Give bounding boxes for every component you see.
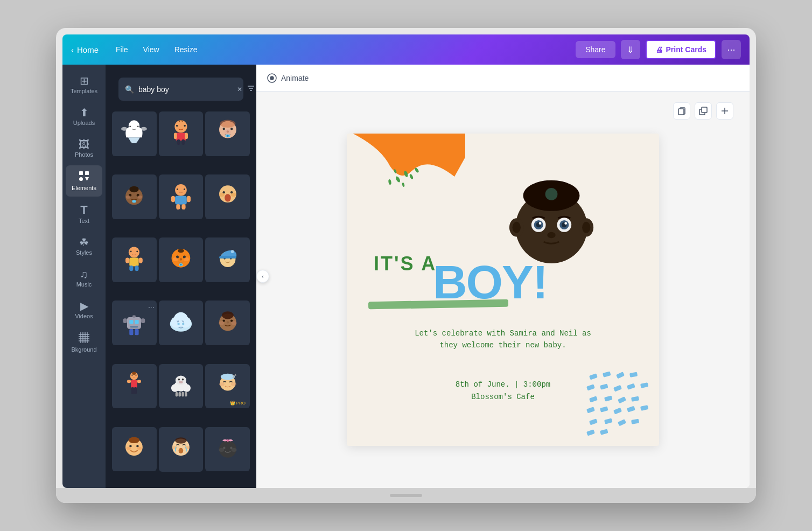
duplicate-button[interactable] xyxy=(695,102,712,120)
view-menu[interactable]: View xyxy=(137,42,166,57)
svg-point-163 xyxy=(402,183,405,187)
svg-rect-26 xyxy=(174,133,177,139)
animate-button[interactable]: Animate xyxy=(267,73,309,83)
svg-rect-50 xyxy=(187,195,191,202)
sidebar-item-text[interactable]: T Text xyxy=(66,199,102,229)
element-baby-brown-face[interactable] xyxy=(205,301,250,345)
svg-point-62 xyxy=(137,250,138,252)
music-label: Music xyxy=(76,281,92,288)
clear-search-icon[interactable]: ✕ xyxy=(237,86,242,93)
svg-point-160 xyxy=(395,176,401,183)
svg-rect-194 xyxy=(618,396,626,403)
element-baby-yawning[interactable] xyxy=(205,174,250,219)
svg-line-98 xyxy=(182,320,183,322)
svg-rect-28 xyxy=(177,139,180,145)
sidebar-item-photos[interactable]: 🖼 Photos xyxy=(66,134,102,163)
svg-rect-63 xyxy=(125,257,129,263)
sidebar-item-templates[interactable]: ⊞ Templates xyxy=(66,70,102,100)
sidebar-item-videos[interactable]: ▶ Videos xyxy=(66,295,102,325)
printer-icon: 🖨 xyxy=(655,45,663,54)
sidebar-item-background[interactable]: Bkground xyxy=(66,327,102,358)
svg-rect-64 xyxy=(139,257,143,263)
svg-rect-200 xyxy=(640,405,648,411)
svg-point-181 xyxy=(564,222,567,225)
element-baby-bald[interactable] xyxy=(205,111,250,156)
svg-point-2 xyxy=(79,177,83,181)
svg-point-115 xyxy=(132,372,136,375)
resize-menu[interactable]: Resize xyxy=(168,42,204,57)
home-button[interactable]: ‹ Home xyxy=(71,45,99,54)
svg-rect-0 xyxy=(79,171,83,175)
svg-rect-156 xyxy=(702,107,707,113)
svg-rect-196 xyxy=(586,407,595,413)
download-button[interactable]: ⇓ xyxy=(621,40,640,59)
svg-point-94 xyxy=(177,323,179,325)
element-baby-sitting-blue[interactable] xyxy=(159,174,204,219)
svg-point-131 xyxy=(219,382,225,386)
svg-point-48 xyxy=(184,188,185,190)
ellipsis-icon: ··· xyxy=(727,44,735,55)
svg-point-37 xyxy=(227,135,229,137)
element-baby-lamb[interactable] xyxy=(159,364,204,409)
music-icon: ♫ xyxy=(80,269,88,280)
element-baby-crying[interactable] xyxy=(159,427,204,472)
styles-label: Styles xyxy=(76,249,92,256)
svg-rect-79 xyxy=(219,256,236,258)
print-cards-button[interactable]: 🖨 Print Cards xyxy=(646,40,716,59)
svg-point-58 xyxy=(230,193,236,197)
svg-rect-204 xyxy=(631,419,639,424)
sidebar-item-music[interactable]: ♫ Music xyxy=(66,263,102,293)
element-baby-cap[interactable] xyxy=(205,237,250,282)
element-baby-toddler[interactable] xyxy=(112,237,157,282)
home-label: Home xyxy=(77,45,99,54)
card-date-venue: 8th of June. | 3:00pm Blossom's Cafe xyxy=(456,379,550,403)
search-icon: 🔍 xyxy=(125,85,134,94)
laptop-base xyxy=(56,488,756,503)
more-options-button[interactable]: ··· xyxy=(722,40,741,59)
element-baby-smile[interactable] xyxy=(112,427,157,472)
add-page-button[interactable] xyxy=(716,102,733,120)
svg-rect-193 xyxy=(604,395,613,401)
main-area: ⊞ Templates ⬆ Uploads 🖼 Photos xyxy=(62,65,750,488)
element-baby-bow[interactable] xyxy=(205,427,250,472)
element-baby-angel[interactable] xyxy=(112,111,157,156)
svg-rect-185 xyxy=(616,372,625,379)
svg-point-43 xyxy=(138,195,143,199)
collapse-panel-button[interactable]: ‹ xyxy=(256,270,269,283)
element-baby-boy-red[interactable] xyxy=(159,111,204,156)
element-baby-orange[interactable] xyxy=(159,237,204,282)
svg-point-173 xyxy=(582,222,590,233)
search-input[interactable] xyxy=(138,85,233,94)
element-baby-standing[interactable] xyxy=(112,364,157,409)
nav-right-actions: Share ⇓ 🖨 Print Cards ··· xyxy=(576,40,741,59)
svg-rect-126 xyxy=(179,392,181,397)
svg-rect-89 xyxy=(135,329,139,336)
svg-rect-46 xyxy=(175,195,187,204)
element-baby-face-brown[interactable] xyxy=(112,174,157,219)
svg-point-182 xyxy=(547,232,555,238)
svg-rect-88 xyxy=(130,329,134,336)
svg-point-71 xyxy=(178,249,184,253)
sidebar-item-styles[interactable]: ☘ Styles xyxy=(66,232,102,261)
svg-rect-21 xyxy=(176,133,186,141)
svg-rect-190 xyxy=(627,383,635,390)
svg-rect-191 xyxy=(640,382,648,388)
file-menu[interactable]: File xyxy=(109,42,135,57)
element-baby-cloud[interactable] xyxy=(159,301,204,345)
background-icon xyxy=(79,332,89,345)
filter-icon[interactable] xyxy=(247,84,255,94)
element-baby-robot[interactable]: ··· xyxy=(112,301,157,345)
svg-point-180 xyxy=(539,222,542,225)
copy-style-button[interactable] xyxy=(673,102,690,120)
svg-rect-154 xyxy=(678,109,684,115)
svg-point-32 xyxy=(230,128,233,130)
element-baby-sleeping[interactable]: 👑PRO z xyxy=(205,364,250,409)
sidebar-item-elements[interactable]: Elements xyxy=(66,165,102,197)
svg-rect-112 xyxy=(137,380,141,383)
share-button[interactable]: Share xyxy=(576,41,615,58)
sidebar-item-uploads[interactable]: ⬆ Uploads xyxy=(66,102,102,131)
svg-point-34 xyxy=(220,120,235,128)
svg-point-122 xyxy=(178,379,180,381)
card-its-a-text: IT'S A xyxy=(374,252,437,275)
svg-point-136 xyxy=(130,445,132,447)
